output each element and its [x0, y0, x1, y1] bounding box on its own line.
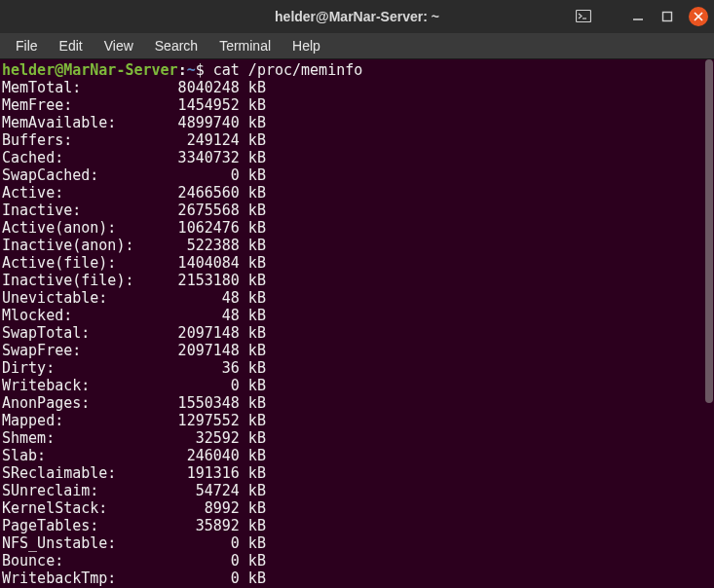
- meminfo-row: AnonPages: 1550348 kB: [2, 394, 702, 412]
- menubar: File Edit View Search Terminal Help: [0, 33, 714, 59]
- menu-edit[interactable]: Edit: [50, 36, 93, 55]
- scroll-thumb[interactable]: [705, 59, 713, 403]
- terminal-area: helder@MarNar-Server:~$ cat /proc/meminf…: [0, 59, 714, 588]
- terminal-window: helder@MarNar-Server: ~ File Edit View S…: [0, 0, 714, 588]
- menu-terminal[interactable]: Terminal: [209, 36, 281, 55]
- meminfo-row: Cached: 3340732 kB: [2, 149, 702, 166]
- menu-search[interactable]: Search: [145, 36, 207, 55]
- meminfo-row: Inactive: 2675568 kB: [2, 202, 702, 219]
- meminfo-row: Active(anon): 1062476 kB: [2, 219, 702, 237]
- meminfo-row: Mlocked: 48 kB: [2, 307, 702, 324]
- meminfo-row: Writeback: 0 kB: [2, 377, 702, 394]
- meminfo-row: MemTotal: 8040248 kB: [2, 79, 702, 96]
- meminfo-row: Inactive(anon): 522388 kB: [2, 237, 702, 254]
- meminfo-row: Mapped: 1297552 kB: [2, 412, 702, 429]
- maximize-button[interactable]: [659, 9, 675, 24]
- window-title: helder@MarNar-Server: ~: [275, 9, 439, 24]
- meminfo-row: PageTables: 35892 kB: [2, 517, 702, 534]
- meminfo-row: Inactive(file): 2153180 kB: [2, 272, 702, 289]
- svg-rect-0: [577, 11, 591, 22]
- menu-help[interactable]: Help: [282, 36, 330, 55]
- terminal-icon[interactable]: [576, 9, 591, 24]
- meminfo-row: Active(file): 1404084 kB: [2, 254, 702, 272]
- meminfo-row: KernelStack: 8992 kB: [2, 499, 702, 517]
- titlebar: helder@MarNar-Server: ~: [0, 0, 714, 33]
- meminfo-row: Bounce: 0 kB: [2, 552, 702, 570]
- meminfo-row: NFS_Unstable: 0 kB: [2, 534, 702, 552]
- scrollbar[interactable]: [704, 59, 714, 588]
- terminal-output[interactable]: helder@MarNar-Server:~$ cat /proc/meminf…: [0, 59, 704, 588]
- meminfo-row: WritebackTmp: 0 kB: [2, 570, 702, 587]
- menu-view[interactable]: View: [94, 36, 143, 55]
- svg-rect-3: [663, 13, 672, 21]
- meminfo-row: Slab: 246040 kB: [2, 447, 702, 464]
- meminfo-row: SwapFree: 2097148 kB: [2, 342, 702, 359]
- meminfo-row: Buffers: 249124 kB: [2, 131, 702, 149]
- meminfo-row: MemAvailable: 4899740 kB: [2, 114, 702, 131]
- close-button[interactable]: [689, 7, 708, 26]
- meminfo-row: Unevictable: 48 kB: [2, 289, 702, 307]
- minimize-button[interactable]: [630, 9, 646, 24]
- meminfo-row: MemFree: 1454952 kB: [2, 96, 702, 114]
- meminfo-row: Active: 2466560 kB: [2, 184, 702, 202]
- menu-file[interactable]: File: [6, 36, 48, 55]
- meminfo-row: SwapTotal: 2097148 kB: [2, 324, 702, 342]
- meminfo-row: SwapCached: 0 kB: [2, 166, 702, 184]
- meminfo-row: Dirty: 36 kB: [2, 359, 702, 377]
- meminfo-row: SUnreclaim: 54724 kB: [2, 482, 702, 499]
- meminfo-row: SReclaimable: 191316 kB: [2, 464, 702, 482]
- meminfo-row: Shmem: 32592 kB: [2, 429, 702, 447]
